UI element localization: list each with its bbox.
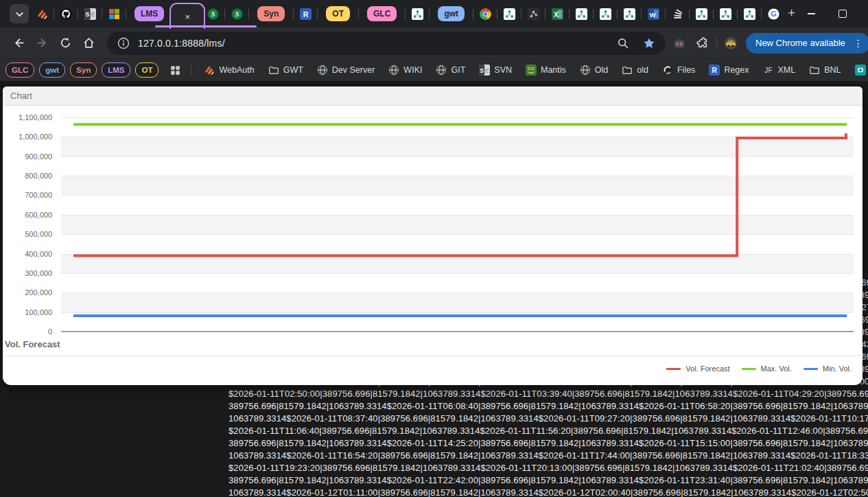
bookmark-items: WebAuthGWTDev ServerWIKIGITSESVNMantisOl… xyxy=(197,65,868,76)
chart-panel: Chart 0100,000200,000300,000400,000500,0… xyxy=(3,86,863,385)
close-window-button[interactable]: × xyxy=(858,0,868,27)
atom-small-tab[interactable] xyxy=(503,8,515,20)
legend-label: Max. Vol. xyxy=(761,365,792,373)
bookmark-group-syn[interactable]: Syn xyxy=(70,62,97,78)
close-tab-icon[interactable]: × xyxy=(185,12,191,21)
excel-small-tab[interactable]: X xyxy=(551,8,563,20)
bookmark-group-gwt[interactable]: gwt xyxy=(39,62,65,78)
bookmark-item-svn[interactable]: SESVN xyxy=(479,65,512,76)
graph-small-tab[interactable] xyxy=(527,8,539,20)
tab-separator xyxy=(761,9,762,19)
bookmark-item-mantis[interactable]: Mantis xyxy=(526,65,566,76)
atom-small-tab[interactable] xyxy=(575,8,587,20)
bookmark-label: XML xyxy=(778,65,796,75)
bookmark-item-bnl[interactable]: BNL xyxy=(809,65,841,76)
tab-group-label-gwt[interactable]: gwt xyxy=(438,6,465,21)
bookmark-item-files[interactable]: Files xyxy=(662,65,695,76)
chart-panel-header: Chart xyxy=(3,86,863,106)
green-s-pinned-tab[interactable]: S xyxy=(207,8,219,20)
chrome-pinned-tab[interactable] xyxy=(479,8,491,20)
github-pinned-tab[interactable] xyxy=(60,8,72,20)
google-small-tab[interactable]: G xyxy=(767,8,779,20)
word-small-tab[interactable]: W xyxy=(647,8,659,20)
reload-button[interactable] xyxy=(55,33,75,54)
tab-separator xyxy=(126,9,126,19)
bookmark-label: old xyxy=(637,65,648,75)
tab-group-label-syn[interactable]: Syn xyxy=(257,6,285,21)
bookmark-item-webauth[interactable]: WebAuth xyxy=(204,65,254,76)
bookmark-item-pd[interactable]: PD xyxy=(855,65,868,76)
stackexchange-pinned-tab[interactable]: SE xyxy=(84,8,96,20)
bookmark-item-dev-server[interactable]: Dev Server xyxy=(317,65,375,76)
bookmark-item-regex[interactable]: RRegex xyxy=(709,65,749,76)
svg-text:S: S xyxy=(480,67,484,74)
green-s-pinned-tab[interactable]: S xyxy=(231,8,243,20)
url-text[interactable]: 127.0.0.1:8888/lms/ xyxy=(138,38,225,49)
bookmark-group-lms[interactable]: LMS xyxy=(102,62,130,78)
bookmark-group-glc[interactable]: GLC xyxy=(5,62,34,78)
atom-small-tab[interactable] xyxy=(695,8,707,20)
flame-pinned-tab[interactable] xyxy=(36,8,48,20)
tab-group-label-ot[interactable]: OT xyxy=(326,6,350,21)
bookmark-item-old[interactable]: old xyxy=(622,65,648,76)
new-tab-button[interactable]: + xyxy=(788,5,795,21)
atom-pinned-tab[interactable] xyxy=(411,8,423,20)
legend-item-min-vol-[interactable]: Min. Vol. xyxy=(804,365,852,373)
svg-text:X: X xyxy=(554,10,559,18)
tab-separator xyxy=(248,9,249,19)
browser-toolbar: 127.0.0.1:8888/lms/ New Chrome available… xyxy=(0,27,868,58)
svg-text:S: S xyxy=(235,10,239,18)
update-button-label: New Chrome available xyxy=(755,38,845,48)
chrome-update-button[interactable]: New Chrome available ⋮ xyxy=(746,33,868,54)
y-tick-label: 1,100,000 xyxy=(3,113,52,122)
minimize-button[interactable] xyxy=(795,0,827,27)
bookmark-label: Old xyxy=(595,65,608,75)
bookmark-label: BNL xyxy=(824,65,841,75)
tab-group-label-glc[interactable]: GLC xyxy=(367,6,397,21)
raw-data-line: 389756.696|81579.1842|1063789.3314$2026-… xyxy=(228,474,868,487)
y-tick-label: 1,000,000 xyxy=(3,132,52,141)
svg-text:R: R xyxy=(712,67,718,74)
home-button[interactable] xyxy=(78,33,99,54)
legend-item-max-vol-[interactable]: Max. Vol. xyxy=(742,365,792,373)
r-pinned-tab[interactable]: R xyxy=(299,8,312,20)
panel-divider xyxy=(3,356,863,356)
kebab-menu-icon[interactable]: ⋮ xyxy=(851,38,866,49)
bookmark-item-git[interactable]: GIT xyxy=(436,65,465,76)
globe-icon xyxy=(317,65,328,76)
bookmark-item-old[interactable]: Old xyxy=(580,65,608,76)
extension-robot-icon[interactable] xyxy=(671,35,688,51)
extensions-puzzle-icon[interactable] xyxy=(694,35,711,51)
legend-item-vol-forecast[interactable]: Vol. Forecast xyxy=(666,365,729,373)
tab-group-label-lms[interactable]: LMS xyxy=(134,6,164,21)
maximize-button[interactable] xyxy=(827,0,858,27)
address-bar[interactable]: 127.0.0.1:8888/lms/ xyxy=(107,32,666,55)
tab-separator xyxy=(102,9,102,19)
bookmark-item-xml[interactable]: JFXML xyxy=(763,65,796,76)
tab-separator xyxy=(54,9,54,19)
atom-small-tab[interactable] xyxy=(719,8,731,20)
tab-separator xyxy=(473,9,473,19)
profile-avatar[interactable] xyxy=(723,35,739,51)
y-tick-label: 0 xyxy=(3,327,52,336)
stackoverflow-small-tab[interactable] xyxy=(671,8,683,20)
atom-small-tab[interactable] xyxy=(743,8,755,20)
microsoft-pinned-tab[interactable] xyxy=(108,8,120,20)
bookmark-label: Regex xyxy=(724,65,749,75)
apps-grid-icon[interactable] xyxy=(169,64,181,76)
zoom-icon[interactable] xyxy=(615,35,631,51)
bookmark-item-wiki[interactable]: WIKI xyxy=(388,65,422,76)
site-info-icon[interactable] xyxy=(115,35,132,51)
bookmark-item-gwt[interactable]: GWT xyxy=(268,65,303,76)
legend-dash-icon xyxy=(804,368,818,370)
bookmark-star-icon[interactable] xyxy=(641,35,657,51)
forward-button[interactable] xyxy=(32,33,52,54)
tab-search-button[interactable] xyxy=(10,4,29,23)
bookmark-group-ot[interactable]: OT xyxy=(135,62,159,78)
tab-separator xyxy=(689,9,690,19)
svg-text:W: W xyxy=(649,10,655,18)
back-button[interactable] xyxy=(8,33,29,54)
atom-small-tab[interactable] xyxy=(599,8,611,20)
y-tick-label: 600,000 xyxy=(3,211,52,219)
atom-small-tab[interactable] xyxy=(623,8,635,20)
